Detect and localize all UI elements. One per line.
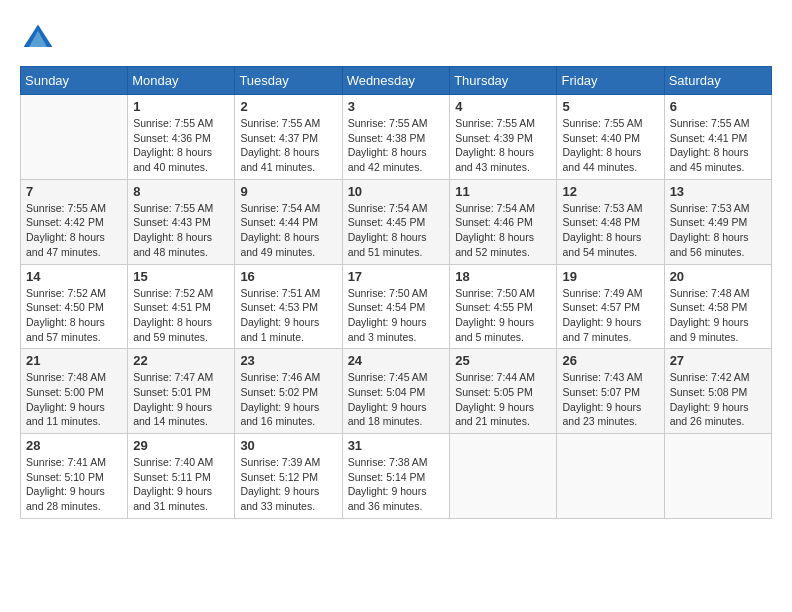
day-sunrise: Sunrise: 7:42 AM xyxy=(670,371,750,383)
day-sunset: Sunset: 4:41 PM xyxy=(670,132,748,144)
calendar-day-cell: 2 Sunrise: 7:55 AM Sunset: 4:37 PM Dayli… xyxy=(235,95,342,180)
day-sunrise: Sunrise: 7:54 AM xyxy=(348,202,428,214)
calendar-day-cell: 17 Sunrise: 7:50 AM Sunset: 4:54 PM Dayl… xyxy=(342,264,450,349)
day-sunrise: Sunrise: 7:54 AM xyxy=(240,202,320,214)
day-daylight: Daylight: 8 hours and 48 minutes. xyxy=(133,231,212,258)
day-sunset: Sunset: 5:11 PM xyxy=(133,471,211,483)
day-sunset: Sunset: 4:55 PM xyxy=(455,301,533,313)
calendar-day-cell: 20 Sunrise: 7:48 AM Sunset: 4:58 PM Dayl… xyxy=(664,264,771,349)
day-number: 20 xyxy=(670,269,766,284)
day-sunrise: Sunrise: 7:52 AM xyxy=(26,287,106,299)
day-number: 16 xyxy=(240,269,336,284)
day-of-week-header: Saturday xyxy=(664,67,771,95)
day-sunset: Sunset: 5:02 PM xyxy=(240,386,318,398)
day-sunset: Sunset: 4:39 PM xyxy=(455,132,533,144)
day-sunrise: Sunrise: 7:55 AM xyxy=(240,117,320,129)
day-of-week-header: Monday xyxy=(128,67,235,95)
day-daylight: Daylight: 8 hours and 44 minutes. xyxy=(562,146,641,173)
day-sunset: Sunset: 4:40 PM xyxy=(562,132,640,144)
day-daylight: Daylight: 8 hours and 59 minutes. xyxy=(133,316,212,343)
days-header-row: SundayMondayTuesdayWednesdayThursdayFrid… xyxy=(21,67,772,95)
day-sunset: Sunset: 5:12 PM xyxy=(240,471,318,483)
calendar-week-row: 21 Sunrise: 7:48 AM Sunset: 5:00 PM Dayl… xyxy=(21,349,772,434)
logo-icon xyxy=(20,20,56,56)
day-daylight: Daylight: 8 hours and 56 minutes. xyxy=(670,231,749,258)
day-sunset: Sunset: 4:48 PM xyxy=(562,216,640,228)
day-daylight: Daylight: 9 hours and 18 minutes. xyxy=(348,401,427,428)
calendar-day-cell: 21 Sunrise: 7:48 AM Sunset: 5:00 PM Dayl… xyxy=(21,349,128,434)
day-sunset: Sunset: 4:50 PM xyxy=(26,301,104,313)
day-sunset: Sunset: 4:53 PM xyxy=(240,301,318,313)
day-daylight: Daylight: 9 hours and 36 minutes. xyxy=(348,485,427,512)
day-daylight: Daylight: 8 hours and 52 minutes. xyxy=(455,231,534,258)
day-of-week-header: Tuesday xyxy=(235,67,342,95)
day-sunrise: Sunrise: 7:39 AM xyxy=(240,456,320,468)
day-sunrise: Sunrise: 7:55 AM xyxy=(133,117,213,129)
calendar-day-cell xyxy=(21,95,128,180)
day-sunrise: Sunrise: 7:55 AM xyxy=(133,202,213,214)
day-daylight: Daylight: 8 hours and 47 minutes. xyxy=(26,231,105,258)
day-sunrise: Sunrise: 7:55 AM xyxy=(26,202,106,214)
day-sunrise: Sunrise: 7:50 AM xyxy=(455,287,535,299)
calendar-table: SundayMondayTuesdayWednesdayThursdayFrid… xyxy=(20,66,772,519)
day-number: 28 xyxy=(26,438,122,453)
day-number: 3 xyxy=(348,99,445,114)
day-daylight: Daylight: 8 hours and 51 minutes. xyxy=(348,231,427,258)
day-daylight: Daylight: 9 hours and 14 minutes. xyxy=(133,401,212,428)
day-sunrise: Sunrise: 7:47 AM xyxy=(133,371,213,383)
day-sunset: Sunset: 5:01 PM xyxy=(133,386,211,398)
logo xyxy=(20,20,62,56)
day-daylight: Daylight: 9 hours and 3 minutes. xyxy=(348,316,427,343)
day-sunrise: Sunrise: 7:54 AM xyxy=(455,202,535,214)
day-daylight: Daylight: 8 hours and 45 minutes. xyxy=(670,146,749,173)
day-of-week-header: Thursday xyxy=(450,67,557,95)
calendar-day-cell: 24 Sunrise: 7:45 AM Sunset: 5:04 PM Dayl… xyxy=(342,349,450,434)
day-sunrise: Sunrise: 7:52 AM xyxy=(133,287,213,299)
day-number: 31 xyxy=(348,438,445,453)
day-number: 9 xyxy=(240,184,336,199)
day-sunset: Sunset: 4:44 PM xyxy=(240,216,318,228)
day-sunset: Sunset: 4:38 PM xyxy=(348,132,426,144)
calendar-day-cell: 18 Sunrise: 7:50 AM Sunset: 4:55 PM Dayl… xyxy=(450,264,557,349)
day-sunset: Sunset: 5:04 PM xyxy=(348,386,426,398)
day-sunset: Sunset: 5:00 PM xyxy=(26,386,104,398)
day-sunrise: Sunrise: 7:55 AM xyxy=(455,117,535,129)
day-sunset: Sunset: 4:46 PM xyxy=(455,216,533,228)
day-of-week-header: Wednesday xyxy=(342,67,450,95)
page-header xyxy=(20,20,772,56)
day-daylight: Daylight: 9 hours and 5 minutes. xyxy=(455,316,534,343)
day-sunset: Sunset: 4:54 PM xyxy=(348,301,426,313)
calendar-day-cell: 6 Sunrise: 7:55 AM Sunset: 4:41 PM Dayli… xyxy=(664,95,771,180)
day-daylight: Daylight: 8 hours and 43 minutes. xyxy=(455,146,534,173)
calendar-day-cell: 16 Sunrise: 7:51 AM Sunset: 4:53 PM Dayl… xyxy=(235,264,342,349)
day-number: 22 xyxy=(133,353,229,368)
day-sunrise: Sunrise: 7:55 AM xyxy=(348,117,428,129)
calendar-week-row: 14 Sunrise: 7:52 AM Sunset: 4:50 PM Dayl… xyxy=(21,264,772,349)
day-sunset: Sunset: 4:45 PM xyxy=(348,216,426,228)
day-number: 24 xyxy=(348,353,445,368)
day-sunset: Sunset: 4:36 PM xyxy=(133,132,211,144)
calendar-day-cell xyxy=(664,434,771,519)
day-daylight: Daylight: 9 hours and 31 minutes. xyxy=(133,485,212,512)
day-number: 4 xyxy=(455,99,551,114)
calendar-day-cell xyxy=(450,434,557,519)
day-sunrise: Sunrise: 7:38 AM xyxy=(348,456,428,468)
day-number: 26 xyxy=(562,353,658,368)
calendar-day-cell: 31 Sunrise: 7:38 AM Sunset: 5:14 PM Dayl… xyxy=(342,434,450,519)
calendar-week-row: 28 Sunrise: 7:41 AM Sunset: 5:10 PM Dayl… xyxy=(21,434,772,519)
day-number: 11 xyxy=(455,184,551,199)
day-number: 21 xyxy=(26,353,122,368)
calendar-day-cell: 23 Sunrise: 7:46 AM Sunset: 5:02 PM Dayl… xyxy=(235,349,342,434)
calendar-day-cell: 22 Sunrise: 7:47 AM Sunset: 5:01 PM Dayl… xyxy=(128,349,235,434)
day-number: 7 xyxy=(26,184,122,199)
day-sunrise: Sunrise: 7:50 AM xyxy=(348,287,428,299)
day-sunrise: Sunrise: 7:40 AM xyxy=(133,456,213,468)
day-number: 5 xyxy=(562,99,658,114)
calendar-day-cell: 25 Sunrise: 7:44 AM Sunset: 5:05 PM Dayl… xyxy=(450,349,557,434)
day-number: 10 xyxy=(348,184,445,199)
calendar-day-cell: 1 Sunrise: 7:55 AM Sunset: 4:36 PM Dayli… xyxy=(128,95,235,180)
calendar-day-cell: 15 Sunrise: 7:52 AM Sunset: 4:51 PM Dayl… xyxy=(128,264,235,349)
calendar-day-cell: 3 Sunrise: 7:55 AM Sunset: 4:38 PM Dayli… xyxy=(342,95,450,180)
day-daylight: Daylight: 9 hours and 21 minutes. xyxy=(455,401,534,428)
calendar-day-cell xyxy=(557,434,664,519)
